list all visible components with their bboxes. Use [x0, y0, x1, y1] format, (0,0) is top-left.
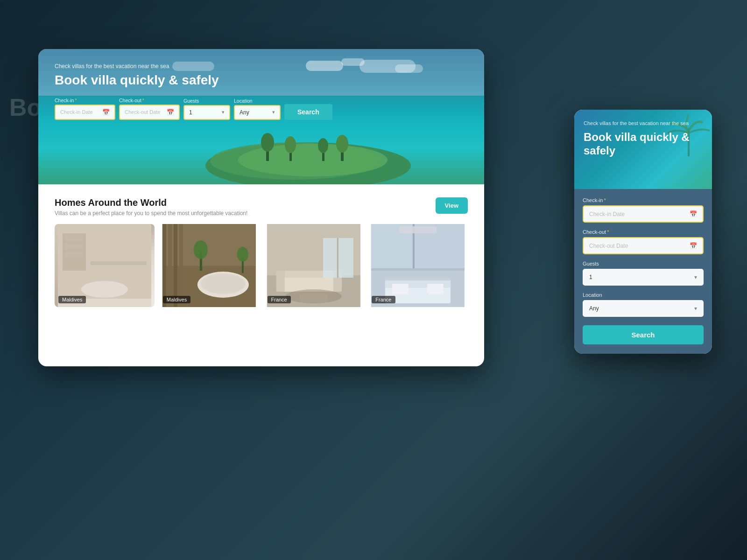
search-bar: Check-in* Check-in Date 📅 Check-out* Che… — [55, 98, 468, 120]
section-title: Homes Around the World — [55, 197, 247, 208]
chevron-down-icon-mobile-2: ▾ — [694, 305, 697, 312]
guests-select[interactable]: 1 ▾ — [183, 105, 230, 120]
section-info: Homes Around the World Villas can be a p… — [55, 197, 247, 217]
checkin-placeholder: Check-in Date — [60, 109, 93, 115]
mobile-location-label: Location — [583, 292, 704, 298]
chevron-down-icon-2: ▾ — [272, 109, 275, 115]
guests-field: Guests 1 ▾ — [183, 98, 230, 120]
chevron-down-icon: ▾ — [222, 109, 225, 115]
hero-section: Check villas for the best vacation near … — [38, 49, 484, 184]
location-select[interactable]: Any ▾ — [234, 105, 281, 120]
villa-card-2[interactable]: Maldives — [159, 224, 259, 307]
main-desktop-card: Check villas for the best vacation near … — [38, 49, 484, 366]
svg-point-28 — [194, 240, 208, 259]
mobile-checkout-placeholder: Check-out Date — [589, 243, 628, 249]
svg-point-40 — [285, 289, 341, 303]
checkout-placeholder: Check-out Date — [125, 109, 160, 115]
svg-rect-23 — [174, 224, 177, 307]
mobile-hero-title: Book villa quickly & safely — [584, 131, 703, 158]
mobile-checkout-label: Check-out* — [583, 229, 704, 235]
mobile-checkout-field: Check-out* Check-out Date 📅 — [583, 229, 704, 254]
mobile-checkin-placeholder: Check-in Date — [589, 211, 625, 217]
location-label: Location — [234, 98, 281, 104]
mobile-checkin-input[interactable]: Check-in Date 📅 — [583, 205, 704, 223]
checkout-input[interactable]: Check-out Date 📅 — [119, 105, 180, 120]
hero-title: Book villa quickly & safely — [55, 72, 232, 88]
svg-rect-35 — [276, 271, 284, 292]
villa-card-1[interactable]: Maldives — [55, 224, 155, 307]
svg-rect-14 — [65, 244, 84, 249]
guests-label: Guests — [183, 98, 230, 104]
calendar-icon: 📅 — [102, 109, 110, 116]
villa-1-label: Maldives — [58, 296, 86, 303]
mobile-guests-label: Guests — [583, 261, 704, 266]
mobile-checkin-label: Check-in* — [583, 197, 704, 203]
svg-rect-49 — [392, 284, 409, 294]
villa-2-label: Maldives — [163, 296, 190, 303]
villa-card-4[interactable]: France — [368, 224, 468, 307]
mobile-hero-subtitle: Check villas for the best vacation near … — [584, 120, 703, 127]
svg-rect-13 — [65, 236, 84, 241]
location-field: Location Any ▾ — [234, 98, 281, 120]
view-all-button[interactable]: View — [436, 197, 468, 214]
svg-rect-46 — [399, 226, 437, 233]
mobile-card: Check villas for the best vacation near … — [574, 110, 712, 354]
checkin-field: Check-in* Check-in Date 📅 — [55, 98, 115, 120]
checkin-input[interactable]: Check-in Date 📅 — [55, 105, 115, 120]
calendar-icon-mobile-2: 📅 — [690, 242, 697, 249]
mobile-guests-select[interactable]: 1 ▾ — [583, 269, 704, 286]
mobile-search-button[interactable]: Search — [583, 325, 704, 344]
villa-4-label: France — [372, 296, 395, 303]
svg-rect-21 — [162, 224, 166, 307]
guests-value: 1 — [189, 109, 192, 116]
svg-rect-50 — [427, 284, 444, 294]
svg-point-30 — [237, 247, 248, 262]
mobile-guests-value: 1 — [589, 274, 592, 280]
mobile-form: Check-in* Check-in Date 📅 Check-out* Che… — [574, 189, 712, 354]
svg-rect-16 — [91, 261, 147, 265]
svg-point-26 — [201, 273, 246, 294]
mobile-location-field: Location Any ▾ — [583, 292, 704, 317]
svg-rect-24 — [179, 224, 183, 307]
mobile-guests-field: Guests 1 ▾ — [583, 261, 704, 286]
checkin-label: Check-in* — [55, 98, 115, 103]
bg-decorative-text: Bo — [9, 93, 42, 121]
svg-rect-39 — [337, 238, 338, 278]
villa-card-3[interactable]: France — [264, 224, 364, 307]
svg-rect-51 — [385, 278, 451, 280]
lower-section: Homes Around the World Villas can be a p… — [38, 184, 484, 320]
mobile-hero: Check villas for the best vacation near … — [574, 110, 712, 189]
villa-grid: Maldives — [55, 224, 468, 307]
chevron-down-icon-mobile: ▾ — [694, 274, 697, 280]
location-value: Any — [240, 109, 249, 116]
calendar-icon-mobile: 📅 — [690, 210, 697, 217]
hero-content: Check villas for the best vacation near … — [38, 49, 484, 184]
villa-3-label: France — [268, 296, 291, 303]
svg-rect-15 — [65, 252, 84, 257]
svg-point-17 — [81, 281, 128, 298]
section-header: Homes Around the World Villas can be a p… — [55, 197, 468, 217]
mobile-location-select[interactable]: Any ▾ — [583, 300, 704, 317]
mobile-location-value: Any — [589, 305, 599, 312]
calendar-icon-2: 📅 — [167, 109, 174, 116]
svg-rect-22 — [168, 224, 172, 307]
checkout-label: Check-out* — [119, 98, 180, 103]
mobile-checkout-input[interactable]: Check-out Date 📅 — [583, 237, 704, 254]
section-subtitle: Villas can be a perfect place for you to… — [55, 210, 247, 217]
search-button[interactable]: Search — [284, 104, 332, 120]
checkout-field: Check-out* Check-out Date 📅 — [119, 98, 180, 120]
mobile-checkin-field: Check-in* Check-in Date 📅 — [583, 197, 704, 223]
hero-subtitle: Check villas for the best vacation near … — [55, 63, 468, 70]
